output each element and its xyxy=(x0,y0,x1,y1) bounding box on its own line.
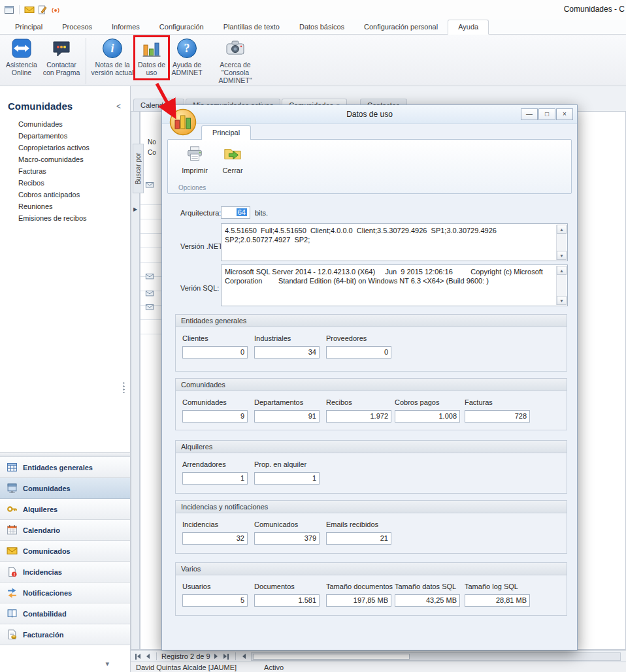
facturas-input[interactable]: 728 xyxy=(465,410,530,423)
last-record-button[interactable] xyxy=(222,652,231,661)
nav-item-label: Calendario xyxy=(23,526,60,534)
clientes-input[interactable]: 0 xyxy=(182,346,248,359)
sidebar-item-comunidades[interactable]: Comunidades xyxy=(0,118,130,130)
usuarios-input[interactable]: 5 xyxy=(182,594,248,607)
ayuda-adminet-button[interactable]: ? Ayuda de ADMINET xyxy=(168,37,206,78)
print-button[interactable]: Imprimir xyxy=(176,144,214,174)
ribbon-tab-plantillas-de-texto[interactable]: Plantillas de texto xyxy=(214,20,289,35)
nav-item-entidades-generales[interactable]: Entidades generales xyxy=(0,457,130,478)
nav-item-contabilidad[interactable]: Contabilidad xyxy=(0,603,130,624)
field-label: Tamaño log SQL xyxy=(465,583,530,592)
dialog-title-bar[interactable]: Datos de uso — □ × xyxy=(162,105,577,124)
ribbon-tab-configuracion[interactable]: Configuración xyxy=(150,20,214,35)
maximize-button[interactable]: □ xyxy=(538,108,555,120)
sidebar-item-macro-comunidades[interactable]: Macro-comunidades xyxy=(0,153,130,165)
sidebar-item-copropietarios-activos[interactable]: Copropietarios activos xyxy=(0,142,130,153)
mail-icon[interactable] xyxy=(24,5,35,15)
mail-row-icon[interactable] xyxy=(145,272,154,281)
dialog-tab-principal[interactable]: Principal xyxy=(201,125,251,140)
emails-recibidos-input[interactable]: 21 xyxy=(326,532,391,545)
comunicados-input[interactable]: 379 xyxy=(254,532,320,545)
sidebar-collapse-button[interactable]: < xyxy=(114,102,124,111)
proveedores-input[interactable]: 0 xyxy=(326,346,391,359)
version-net-field[interactable]: 4.5.51650 Full;4.5.51650 Client;4.0.0.0 … xyxy=(221,223,568,261)
mail-column-header-icon[interactable] xyxy=(145,180,154,189)
scroll-down-button[interactable]: ▼ xyxy=(557,251,567,260)
datos-de-uso-button[interactable]: Datos de uso xyxy=(135,37,168,78)
app-window-icon[interactable] xyxy=(4,5,14,15)
sidebar-item-emisiones-de-recibos[interactable]: Emisiones de recibos xyxy=(0,212,130,224)
mail-row-icon[interactable] xyxy=(145,289,154,298)
version-sql-text: Microsoft SQL Server 2014 - 12.0.4213.0 … xyxy=(225,267,553,304)
scroll-up-button[interactable]: ▲ xyxy=(557,266,567,275)
scrollbar[interactable]: ▲ ▼ xyxy=(556,225,567,260)
building-icon xyxy=(7,483,18,494)
scroll-down-button[interactable]: ▼ xyxy=(557,296,567,305)
ribbon-ayuda-panel: Asistencia Online Contactar con Pragma i… xyxy=(0,35,626,86)
first-record-button[interactable] xyxy=(133,652,142,661)
close-button[interactable]: × xyxy=(556,108,573,120)
architecture-input[interactable]: 64 xyxy=(221,206,250,219)
version-sql-field[interactable]: Microsoft SQL Server 2014 - 12.0.4213.0 … xyxy=(221,264,568,306)
group-incidencias-notificaciones: Incidencias y notificaciones Incidencias… xyxy=(175,500,567,554)
nav-item-alquileres[interactable]: Alquileres xyxy=(0,499,130,520)
chat-bubble-icon xyxy=(51,38,72,59)
field-label: Comunidades xyxy=(182,398,248,408)
broadcast-icon[interactable] xyxy=(50,5,61,15)
title-bar: Comunidades - C xyxy=(0,0,626,20)
industriales-input[interactable]: 34 xyxy=(254,346,320,359)
documentos-input[interactable]: 1.581 xyxy=(254,594,320,607)
window-title: Comunidades - C xyxy=(564,5,625,14)
nav-item-calendario[interactable]: Calendario xyxy=(0,520,130,541)
printer-icon xyxy=(185,144,205,164)
comunidades-input[interactable]: 9 xyxy=(182,410,248,423)
sidebar-item-recibos[interactable]: Recibos xyxy=(0,177,130,189)
ribbon-tab-datos-basicos[interactable]: Datos básicos xyxy=(289,20,354,35)
nav-item-comunicados[interactable]: Comunicados xyxy=(0,541,130,562)
acerca-de-button[interactable]: Acerca de "Consola ADMINET" xyxy=(206,37,265,86)
nav-item-notificaciones[interactable]: Notificaciones xyxy=(0,583,130,603)
sidebar-item-reuniones[interactable]: Reuniones xyxy=(0,200,130,212)
calendar-icon xyxy=(7,524,18,536)
prop-en-alquiler-input[interactable]: 1 xyxy=(254,472,320,485)
tamano-datos-sql-input[interactable]: 43,25 MB xyxy=(395,594,460,607)
sidebar-item-facturas[interactable]: Facturas xyxy=(0,165,130,177)
sidebar-item-cobros-anticipados[interactable]: Cobros anticipados xyxy=(0,189,130,200)
toolbar-group-caption: Opciones xyxy=(178,184,206,191)
scrollbar[interactable]: ▲ ▼ xyxy=(556,266,567,305)
hscroll-left-button[interactable] xyxy=(240,652,248,660)
ribbon-tab-ayuda[interactable]: Ayuda xyxy=(448,20,489,35)
departamentos-input[interactable]: 91 xyxy=(254,410,320,423)
edit-note-icon[interactable] xyxy=(37,5,48,15)
current-row-marker: ▶ xyxy=(133,206,137,212)
arrendadores-input[interactable]: 1 xyxy=(182,472,248,485)
contactar-con-pragma-button[interactable]: Contactar con Pragma xyxy=(41,37,82,78)
sidebar-item-departamentos[interactable]: Departamentos xyxy=(0,130,130,142)
ribbon-tab-informes[interactable]: Informes xyxy=(102,20,150,35)
incidencias-input[interactable]: 32 xyxy=(182,532,248,545)
scrollbar-thumb[interactable] xyxy=(253,654,410,660)
nav-splitter-handle[interactable] xyxy=(0,452,130,457)
ribbon-tab-principal[interactable]: Principal xyxy=(5,20,52,35)
recibos-input[interactable]: 1.972 xyxy=(326,410,391,423)
nav-item-comunidades[interactable]: Comunidades xyxy=(0,478,130,499)
ribbon-tab-configuracion-personal[interactable]: Configuración personal xyxy=(354,20,448,35)
search-group-header[interactable]: Buscar por xyxy=(133,144,144,193)
ribbon-tab-procesos[interactable]: Procesos xyxy=(52,20,102,35)
close-dialog-button[interactable]: Cerrar xyxy=(214,144,252,174)
tamano-log-sql-input[interactable]: 28,81 MB xyxy=(465,594,530,607)
nav-item-incidencias[interactable]: Incidencias xyxy=(0,562,130,583)
notas-version-button[interactable]: i Notas de la versión actual xyxy=(90,37,135,78)
previous-record-button[interactable] xyxy=(144,652,152,660)
horizontal-scrollbar[interactable] xyxy=(251,652,621,661)
scroll-up-button[interactable]: ▲ xyxy=(557,225,567,234)
asistencia-online-button[interactable]: Asistencia Online xyxy=(3,37,41,78)
nav-item-facturacion[interactable]: Facturación xyxy=(0,624,130,645)
tamano-documentos-input[interactable]: 197,85 MB xyxy=(326,594,391,607)
chevron-down-icon[interactable]: ▾ xyxy=(105,660,109,668)
mail-row-icon[interactable] xyxy=(145,302,154,312)
next-record-button[interactable] xyxy=(212,652,220,660)
minimize-button[interactable]: — xyxy=(521,108,538,120)
splitter-grip[interactable] xyxy=(123,381,125,393)
cobros-pagos-input[interactable]: 1.008 xyxy=(395,410,460,423)
